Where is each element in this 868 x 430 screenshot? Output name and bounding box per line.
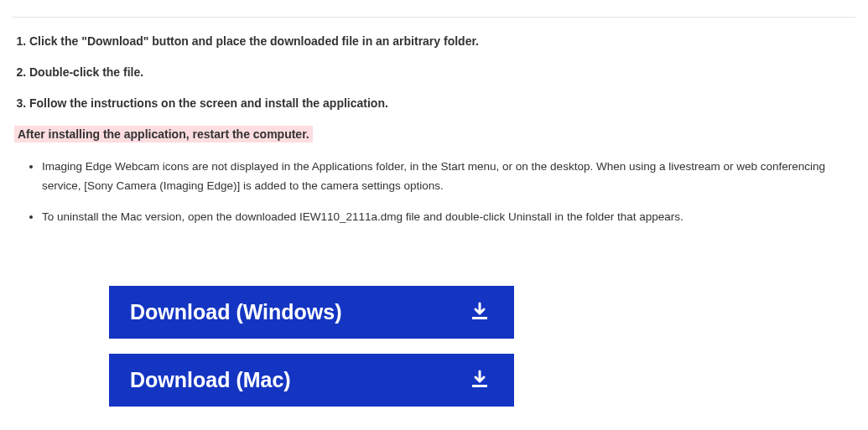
download-buttons-container: Download (Windows) Download (Mac) (13, 286, 855, 407)
svg-rect-0 (472, 317, 487, 319)
step-item: Follow the instructions on the screen an… (29, 95, 855, 112)
step-item: Double-click the file. (29, 64, 855, 81)
install-steps-list: Click the "Download" button and place th… (13, 33, 855, 112)
download-windows-label: Download (Windows) (130, 300, 342, 324)
download-mac-button[interactable]: Download (Mac) (109, 354, 514, 407)
download-mac-label: Download (Mac) (130, 368, 291, 392)
download-icon (469, 301, 491, 323)
download-windows-button[interactable]: Download (Windows) (109, 286, 514, 339)
notes-list: Imaging Edge Webcam icons are not displa… (13, 158, 855, 227)
note-item: To uninstall the Mac version, open the d… (42, 208, 855, 227)
step-item: Click the "Download" button and place th… (29, 33, 855, 50)
separator-line (13, 17, 855, 18)
note-item: Imaging Edge Webcam icons are not displa… (42, 158, 855, 196)
download-icon (469, 369, 491, 391)
svg-rect-1 (472, 385, 487, 387)
restart-notice: After installing the application, restar… (14, 126, 313, 142)
